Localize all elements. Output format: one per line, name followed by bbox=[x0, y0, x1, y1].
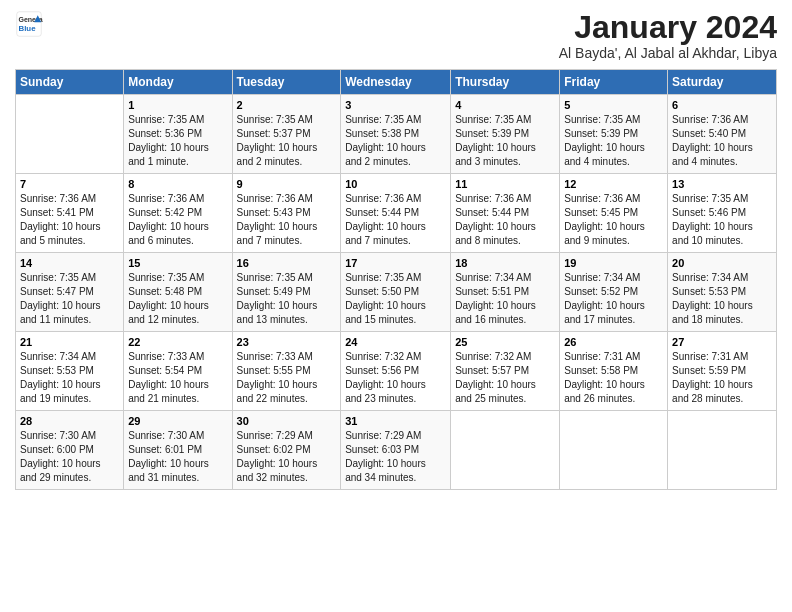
day-cell: 10Sunrise: 7:36 AM Sunset: 5:44 PM Dayli… bbox=[341, 174, 451, 253]
day-number: 10 bbox=[345, 178, 446, 190]
day-info: Sunrise: 7:35 AM Sunset: 5:36 PM Dayligh… bbox=[128, 113, 227, 169]
day-number: 20 bbox=[672, 257, 772, 269]
day-cell: 17Sunrise: 7:35 AM Sunset: 5:50 PM Dayli… bbox=[341, 253, 451, 332]
day-info: Sunrise: 7:32 AM Sunset: 5:56 PM Dayligh… bbox=[345, 350, 446, 406]
day-cell: 25Sunrise: 7:32 AM Sunset: 5:57 PM Dayli… bbox=[451, 332, 560, 411]
week-row-5: 28Sunrise: 7:30 AM Sunset: 6:00 PM Dayli… bbox=[16, 411, 777, 490]
day-cell bbox=[668, 411, 777, 490]
day-number: 28 bbox=[20, 415, 119, 427]
header-day-tuesday: Tuesday bbox=[232, 70, 341, 95]
day-info: Sunrise: 7:35 AM Sunset: 5:47 PM Dayligh… bbox=[20, 271, 119, 327]
day-number: 6 bbox=[672, 99, 772, 111]
day-cell: 22Sunrise: 7:33 AM Sunset: 5:54 PM Dayli… bbox=[124, 332, 232, 411]
day-info: Sunrise: 7:31 AM Sunset: 5:58 PM Dayligh… bbox=[564, 350, 663, 406]
header-day-saturday: Saturday bbox=[668, 70, 777, 95]
logo: General Blue bbox=[15, 10, 43, 38]
day-info: Sunrise: 7:36 AM Sunset: 5:44 PM Dayligh… bbox=[345, 192, 446, 248]
day-info: Sunrise: 7:32 AM Sunset: 5:57 PM Dayligh… bbox=[455, 350, 555, 406]
day-number: 23 bbox=[237, 336, 337, 348]
day-cell bbox=[451, 411, 560, 490]
header-day-thursday: Thursday bbox=[451, 70, 560, 95]
day-cell: 28Sunrise: 7:30 AM Sunset: 6:00 PM Dayli… bbox=[16, 411, 124, 490]
svg-text:Blue: Blue bbox=[19, 24, 37, 33]
day-info: Sunrise: 7:29 AM Sunset: 6:02 PM Dayligh… bbox=[237, 429, 337, 485]
header-day-sunday: Sunday bbox=[16, 70, 124, 95]
day-cell: 2Sunrise: 7:35 AM Sunset: 5:37 PM Daylig… bbox=[232, 95, 341, 174]
day-cell: 8Sunrise: 7:36 AM Sunset: 5:42 PM Daylig… bbox=[124, 174, 232, 253]
day-cell: 11Sunrise: 7:36 AM Sunset: 5:44 PM Dayli… bbox=[451, 174, 560, 253]
title-block: January 2024 Al Bayda', Al Jabal al Akhd… bbox=[559, 10, 777, 61]
day-info: Sunrise: 7:34 AM Sunset: 5:52 PM Dayligh… bbox=[564, 271, 663, 327]
day-number: 1 bbox=[128, 99, 227, 111]
day-number: 25 bbox=[455, 336, 555, 348]
day-number: 7 bbox=[20, 178, 119, 190]
day-info: Sunrise: 7:36 AM Sunset: 5:40 PM Dayligh… bbox=[672, 113, 772, 169]
day-number: 12 bbox=[564, 178, 663, 190]
day-cell: 3Sunrise: 7:35 AM Sunset: 5:38 PM Daylig… bbox=[341, 95, 451, 174]
day-info: Sunrise: 7:35 AM Sunset: 5:50 PM Dayligh… bbox=[345, 271, 446, 327]
day-info: Sunrise: 7:35 AM Sunset: 5:37 PM Dayligh… bbox=[237, 113, 337, 169]
day-number: 27 bbox=[672, 336, 772, 348]
day-cell: 31Sunrise: 7:29 AM Sunset: 6:03 PM Dayli… bbox=[341, 411, 451, 490]
day-cell: 21Sunrise: 7:34 AM Sunset: 5:53 PM Dayli… bbox=[16, 332, 124, 411]
header-day-friday: Friday bbox=[560, 70, 668, 95]
day-cell: 16Sunrise: 7:35 AM Sunset: 5:49 PM Dayli… bbox=[232, 253, 341, 332]
day-number: 2 bbox=[237, 99, 337, 111]
day-number: 14 bbox=[20, 257, 119, 269]
day-cell: 5Sunrise: 7:35 AM Sunset: 5:39 PM Daylig… bbox=[560, 95, 668, 174]
day-number: 17 bbox=[345, 257, 446, 269]
day-cell: 12Sunrise: 7:36 AM Sunset: 5:45 PM Dayli… bbox=[560, 174, 668, 253]
day-cell: 19Sunrise: 7:34 AM Sunset: 5:52 PM Dayli… bbox=[560, 253, 668, 332]
day-info: Sunrise: 7:34 AM Sunset: 5:51 PM Dayligh… bbox=[455, 271, 555, 327]
day-number: 8 bbox=[128, 178, 227, 190]
day-number: 13 bbox=[672, 178, 772, 190]
calendar-subtitle: Al Bayda', Al Jabal al Akhdar, Libya bbox=[559, 45, 777, 61]
day-cell: 26Sunrise: 7:31 AM Sunset: 5:58 PM Dayli… bbox=[560, 332, 668, 411]
day-info: Sunrise: 7:33 AM Sunset: 5:54 PM Dayligh… bbox=[128, 350, 227, 406]
day-cell: 9Sunrise: 7:36 AM Sunset: 5:43 PM Daylig… bbox=[232, 174, 341, 253]
day-number: 26 bbox=[564, 336, 663, 348]
day-number: 9 bbox=[237, 178, 337, 190]
header-day-wednesday: Wednesday bbox=[341, 70, 451, 95]
day-number: 22 bbox=[128, 336, 227, 348]
day-info: Sunrise: 7:36 AM Sunset: 5:43 PM Dayligh… bbox=[237, 192, 337, 248]
day-number: 5 bbox=[564, 99, 663, 111]
day-number: 15 bbox=[128, 257, 227, 269]
day-info: Sunrise: 7:34 AM Sunset: 5:53 PM Dayligh… bbox=[20, 350, 119, 406]
day-number: 21 bbox=[20, 336, 119, 348]
day-info: Sunrise: 7:33 AM Sunset: 5:55 PM Dayligh… bbox=[237, 350, 337, 406]
calendar-title: January 2024 bbox=[559, 10, 777, 45]
day-cell bbox=[560, 411, 668, 490]
day-info: Sunrise: 7:35 AM Sunset: 5:39 PM Dayligh… bbox=[455, 113, 555, 169]
day-cell: 6Sunrise: 7:36 AM Sunset: 5:40 PM Daylig… bbox=[668, 95, 777, 174]
day-cell: 14Sunrise: 7:35 AM Sunset: 5:47 PM Dayli… bbox=[16, 253, 124, 332]
day-info: Sunrise: 7:29 AM Sunset: 6:03 PM Dayligh… bbox=[345, 429, 446, 485]
header-day-monday: Monday bbox=[124, 70, 232, 95]
day-info: Sunrise: 7:35 AM Sunset: 5:38 PM Dayligh… bbox=[345, 113, 446, 169]
day-info: Sunrise: 7:36 AM Sunset: 5:45 PM Dayligh… bbox=[564, 192, 663, 248]
day-number: 11 bbox=[455, 178, 555, 190]
day-number: 19 bbox=[564, 257, 663, 269]
day-number: 31 bbox=[345, 415, 446, 427]
day-cell: 23Sunrise: 7:33 AM Sunset: 5:55 PM Dayli… bbox=[232, 332, 341, 411]
day-info: Sunrise: 7:36 AM Sunset: 5:44 PM Dayligh… bbox=[455, 192, 555, 248]
day-info: Sunrise: 7:36 AM Sunset: 5:41 PM Dayligh… bbox=[20, 192, 119, 248]
day-cell: 15Sunrise: 7:35 AM Sunset: 5:48 PM Dayli… bbox=[124, 253, 232, 332]
week-row-4: 21Sunrise: 7:34 AM Sunset: 5:53 PM Dayli… bbox=[16, 332, 777, 411]
day-cell bbox=[16, 95, 124, 174]
day-cell: 20Sunrise: 7:34 AM Sunset: 5:53 PM Dayli… bbox=[668, 253, 777, 332]
day-number: 18 bbox=[455, 257, 555, 269]
day-cell: 7Sunrise: 7:36 AM Sunset: 5:41 PM Daylig… bbox=[16, 174, 124, 253]
day-info: Sunrise: 7:30 AM Sunset: 6:01 PM Dayligh… bbox=[128, 429, 227, 485]
day-info: Sunrise: 7:35 AM Sunset: 5:39 PM Dayligh… bbox=[564, 113, 663, 169]
day-number: 16 bbox=[237, 257, 337, 269]
calendar-table: SundayMondayTuesdayWednesdayThursdayFrid… bbox=[15, 69, 777, 490]
day-info: Sunrise: 7:36 AM Sunset: 5:42 PM Dayligh… bbox=[128, 192, 227, 248]
header-row: SundayMondayTuesdayWednesdayThursdayFrid… bbox=[16, 70, 777, 95]
week-row-1: 1Sunrise: 7:35 AM Sunset: 5:36 PM Daylig… bbox=[16, 95, 777, 174]
day-cell: 27Sunrise: 7:31 AM Sunset: 5:59 PM Dayli… bbox=[668, 332, 777, 411]
day-cell: 1Sunrise: 7:35 AM Sunset: 5:36 PM Daylig… bbox=[124, 95, 232, 174]
day-cell: 30Sunrise: 7:29 AM Sunset: 6:02 PM Dayli… bbox=[232, 411, 341, 490]
day-info: Sunrise: 7:31 AM Sunset: 5:59 PM Dayligh… bbox=[672, 350, 772, 406]
day-number: 29 bbox=[128, 415, 227, 427]
